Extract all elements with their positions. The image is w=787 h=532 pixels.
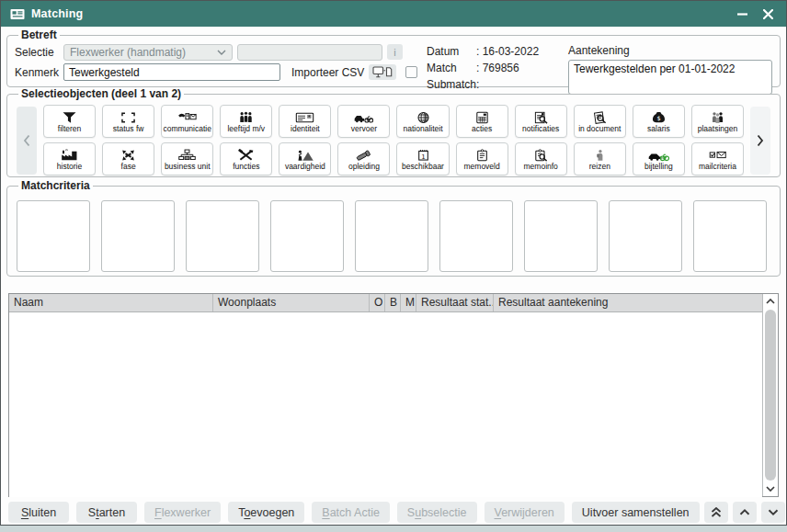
move-top-button[interactable] xyxy=(704,502,728,523)
education-icon xyxy=(354,149,373,163)
column-header-o[interactable]: O xyxy=(370,294,385,311)
uitvoer-samenstellen-button[interactable]: Uitvoer samenstellen xyxy=(572,502,700,523)
selection-object-opleiding[interactable]: opleiding xyxy=(337,142,390,175)
business-unit-icon xyxy=(177,149,197,163)
selection-object-label: in document xyxy=(578,125,621,133)
selection-object-historie[interactable]: historie xyxy=(43,142,96,175)
selection-object-label: acties xyxy=(472,125,492,133)
selection-object-notificaties[interactable]: notificaties xyxy=(515,105,567,138)
mail-criteria-icon xyxy=(708,149,727,163)
matchcriteria-slot-3[interactable] xyxy=(186,200,259,272)
matchcriteria-slot-9[interactable] xyxy=(693,200,767,272)
datum-label: Datum xyxy=(427,45,474,62)
matchcriteria-slot-5[interactable] xyxy=(355,200,428,272)
actions-icon xyxy=(473,111,492,125)
move-down-button[interactable] xyxy=(761,502,785,523)
kenmerk-input[interactable]: Tewerkgesteld xyxy=(63,63,280,81)
matching-window-icon xyxy=(10,8,25,20)
memo-info-icon xyxy=(531,149,551,163)
close-button[interactable] xyxy=(758,5,777,23)
selection-object-memoinfo[interactable]: memoinfo xyxy=(515,142,567,175)
selection-object-leeftijd-m-v[interactable]: leeftijd m/v xyxy=(220,105,272,138)
move-up-button[interactable] xyxy=(733,502,757,523)
column-header-resultaat-stat-[interactable]: Resultaat stat... xyxy=(416,294,494,311)
toevoegen-button[interactable]: Toevoegen xyxy=(228,502,304,523)
selection-object-label: bijtelling xyxy=(644,163,673,171)
match-label: Match xyxy=(427,62,474,78)
scroll-down-button[interactable] xyxy=(763,481,778,496)
kenmerk-label: Kenmerk xyxy=(15,66,59,79)
selection-object-fase[interactable]: fase xyxy=(102,142,154,175)
matchcriteria-slots xyxy=(15,200,772,272)
import-csv-checkbox[interactable] xyxy=(405,66,417,78)
selection-object-bijtelling[interactable]: bijtelling xyxy=(633,142,685,175)
selection-object-memoveld[interactable]: memoveld xyxy=(456,142,508,175)
chevron-up-icon xyxy=(739,509,750,515)
matchcriteria-slot-1[interactable] xyxy=(17,200,90,272)
notifications-icon xyxy=(531,111,551,125)
selection-object-filteren[interactable]: filteren xyxy=(43,105,96,138)
matchcriteria-slot-2[interactable] xyxy=(101,200,175,272)
matchcriteria-slot-8[interactable] xyxy=(609,200,682,272)
matching-window: Matching Betreft Selectie Flexwerker (ha… xyxy=(0,0,787,526)
nationality-icon xyxy=(414,111,433,125)
column-header-m[interactable]: M xyxy=(401,294,416,311)
selection-object-label: mailcriteria xyxy=(699,163,736,171)
minimize-button[interactable] xyxy=(733,5,751,23)
selection-object-acties[interactable]: acties xyxy=(456,105,508,138)
matchcriteria-slot-6[interactable] xyxy=(439,200,513,272)
salary-icon: $ xyxy=(649,111,668,125)
selection-object-communicatie[interactable]: communicatie xyxy=(161,105,213,138)
subselectie-button: Subselectie xyxy=(397,502,477,523)
memo-field-icon xyxy=(473,149,492,163)
svg-text:$: $ xyxy=(656,115,660,122)
aantekening-label: Aantekening xyxy=(568,44,772,57)
filter-icon xyxy=(60,111,79,125)
matchcriteria-slot-4[interactable] xyxy=(270,200,344,272)
matchcriteria-slot-7[interactable] xyxy=(524,200,598,272)
selection-object-status-fw[interactable]: status fw xyxy=(102,105,154,138)
selection-object-reizen[interactable]: reizen xyxy=(574,142,626,175)
flexwerker-button: Flexwerker xyxy=(144,502,221,523)
column-header-resultaat-aantekening[interactable]: Resultaat aantekening xyxy=(494,294,762,311)
selection-object-in-document[interactable]: in document xyxy=(574,105,626,138)
scroll-down-icon xyxy=(766,486,775,492)
selection-object-nationaliteit[interactable]: nationaliteit xyxy=(396,105,449,138)
column-header-b[interactable]: B xyxy=(385,294,401,311)
selection-object-vaardigheid[interactable]: vaardigheid xyxy=(279,142,331,175)
selection-object-beschikbaar[interactable]: 1beschikbaar xyxy=(396,142,449,175)
import-csv-button[interactable] xyxy=(369,64,396,80)
next-page-button[interactable] xyxy=(750,107,770,175)
selection-object-label: fase xyxy=(121,163,136,171)
selection-object-mailcriteria[interactable]: mailcriteria xyxy=(691,142,744,175)
selection-object-label: functies xyxy=(233,163,259,171)
column-header-naam[interactable]: Naam xyxy=(9,294,213,311)
column-header-woonplaats[interactable]: Woonplaats xyxy=(213,294,370,311)
scroll-up-button[interactable] xyxy=(763,294,778,309)
selectieobjecten-legend: Selectieobjecten (deel 1 van 2) xyxy=(18,87,184,100)
close-icon xyxy=(763,9,773,19)
sluiten-button[interactable]: Sluiten xyxy=(8,502,69,523)
communication-icon xyxy=(177,111,197,125)
selection-object-vervoer[interactable]: vervoer xyxy=(337,105,390,138)
selection-object-identiteit[interactable]: identiteit xyxy=(279,105,331,138)
scrollbar-thumb[interactable] xyxy=(765,310,776,481)
results-table-body xyxy=(9,312,762,497)
selection-object-functies[interactable]: functies xyxy=(220,142,272,175)
age-icon xyxy=(236,111,256,125)
selectie-dropdown-value: Flexwerker (handmatig) xyxy=(70,46,186,59)
previous-page-button xyxy=(17,107,37,175)
selection-object-salaris[interactable]: $salaris xyxy=(633,105,685,138)
footer-bar: SluitenStartenFlexwerkerToevoegenBatch A… xyxy=(8,502,779,523)
identity-icon xyxy=(295,111,314,125)
verwijderen-button: Verwijderen xyxy=(485,502,565,523)
selection-object-plaatsingen[interactable]: plaatsingen xyxy=(691,105,744,138)
placements-icon xyxy=(708,111,727,125)
chevron-down-icon xyxy=(217,50,226,55)
selection-object-business-unit[interactable]: business unit xyxy=(161,142,213,175)
import-csv-label: Importeer CSV xyxy=(291,66,364,79)
betreft-legend: Betreft xyxy=(18,28,60,41)
minimize-icon xyxy=(737,13,747,16)
starten-button[interactable]: Starten xyxy=(76,502,137,523)
scroll-up-icon xyxy=(766,299,775,304)
